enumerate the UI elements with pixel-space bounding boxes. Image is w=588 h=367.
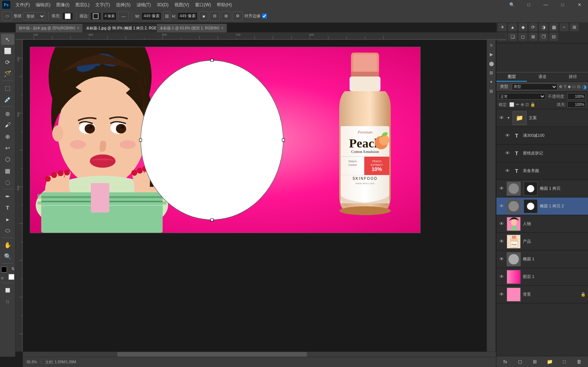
layer-expand-wengao[interactable]: ▼ [507,116,510,120]
layer-person[interactable]: 👁 人物 [496,215,588,233]
horizontal-scrollbar[interactable] [23,352,496,357]
menu-text[interactable]: 文字(T) [92,1,113,9]
layer-new-btn[interactable]: □ [560,358,569,366]
channelmix-btn[interactable]: ◻ [518,33,527,41]
height-input[interactable] [177,12,198,20]
colorbalance-btn[interactable]: ⊞ [570,23,579,31]
filter-icon-2[interactable]: T [564,85,566,89]
stroke-type-btn[interactable]: — [118,11,129,21]
layer-text1[interactable]: 👁 T 满300减100 [496,127,588,145]
path-arrange-btn[interactable]: ⊞ [221,11,231,21]
tab-3[interactable]: 未标题-1 @ 63.6% (图层 1, RGB/8#) ✕ [156,24,227,32]
lock-paint-icon[interactable]: ✏ [516,102,519,107]
menu-view[interactable]: 视图(V) [171,1,192,9]
align-edge-checkbox[interactable] [262,14,267,18]
lock-position-icon[interactable]: ⊕ [521,102,524,107]
fill-color-btn[interactable] [62,12,73,20]
quick-mask-btn[interactable]: ⬜ [1,285,14,296]
contrast-btn[interactable]: ▲ [508,23,517,31]
maximize-btn[interactable]: □ [554,0,571,10]
layer-vis-wengao[interactable]: 👁 [499,115,504,121]
path-align-btn[interactable]: ⊟ [210,11,220,21]
eyedropper-tool[interactable]: 💉 [1,94,14,105]
layer-vis-e1[interactable]: 👁 [499,186,504,192]
layer-vis-g[interactable]: 👁 [499,274,504,280]
invert-btn[interactable]: ❐ [539,33,548,41]
menu-file[interactable]: 文件(F) [13,1,33,9]
layer-ellipse2[interactable]: 👁 椭圆 1 拷贝 2 [496,197,588,215]
shape-select[interactable]: 形状 [23,12,45,20]
magic-wand-tool[interactable]: 🪄 [1,68,14,79]
layer-vis-person[interactable]: 👁 [499,221,504,227]
panel-btn-5[interactable]: ✦ [487,78,495,86]
filter-icon-1[interactable]: ⊕ [559,84,562,89]
layer-text2[interactable]: 👁 T 蜜桃皮肤记 [496,145,588,162]
filter-icon-4[interactable]: ⬭ [572,84,575,89]
minimize-btn[interactable]: — [537,0,554,10]
default-colors-btn[interactable]: ⊡ [1,277,4,280]
tab-1-close[interactable]: ✕ [77,26,79,30]
layer-vis-text2[interactable]: 👁 [504,150,510,156]
rectangle-select-tool[interactable]: ⬜ [1,45,14,56]
panel-btn-6[interactable]: ⊞ [487,87,495,95]
eraser-tool[interactable]: ⬡ [1,154,14,165]
history-brush-tool[interactable]: ↩ [1,142,14,153]
exposure-btn[interactable]: ◑ [539,23,548,31]
filter-icon-5[interactable]: ◎ [577,84,581,89]
colorlookup-btn[interactable]: ⊠ [529,33,538,41]
stroke-size-btn[interactable]: 4 像素 [103,12,117,20]
layer-vis-product[interactable]: 👁 [499,239,504,245]
layer-group-btn[interactable]: 📁 [545,358,554,366]
menu-window[interactable]: 窗口(W) [192,1,214,9]
minimize-button[interactable]: 🔍 [503,0,520,10]
layer-vis-text1[interactable]: 👁 [504,133,510,139]
opacity-input[interactable] [567,93,586,100]
lock-artboard-icon[interactable]: ⊡ [525,102,529,107]
search-button[interactable]: □ [520,0,537,10]
layer-product[interactable]: 👁 Peach 产品 [496,233,588,250]
settings-btn[interactable]: ⚙ [233,11,243,21]
menu-image[interactable]: 图像(I) [53,1,72,9]
filter-icon-3[interactable]: ◆ [568,84,571,89]
link-dimensions-btn[interactable]: ⛓ [163,11,170,21]
tab-layers[interactable]: 图层 [496,72,527,82]
swap-colors-btn[interactable]: ⇅ [11,267,14,271]
layer-vis-em[interactable]: 👁 [499,256,504,262]
menu-3d[interactable]: 3D(D) [154,1,171,8]
spot-heal-tool[interactable]: ⊛ [1,108,14,119]
layer-mask-btn[interactable]: ◻ [516,358,524,366]
menu-edit[interactable]: 编辑(E) [33,1,53,9]
lock-all-icon[interactable]: 🔒 [530,102,535,107]
close-btn[interactable]: ✕ [571,0,588,10]
path-ops-btn[interactable]: ■ [199,11,208,21]
brush-tool[interactable]: 🖌 [1,120,14,131]
layer-ellipse-main[interactable]: 👁 椭圆 1 [496,250,588,268]
handle-right[interactable] [282,139,285,142]
tab-3-close[interactable]: ✕ [221,26,224,30]
panel-btn-1[interactable]: ≡ [487,41,495,49]
lasso-tool[interactable]: ⟳ [1,57,14,68]
gradient-tool[interactable]: ▦ [1,165,14,176]
menu-filter[interactable]: 滤镜(T) [134,1,154,9]
blend-mode-select[interactable]: 正常 [499,93,546,100]
panel-btn-2[interactable]: ▶ [487,50,495,58]
layer-gradient[interactable]: 👁 图层 1 [496,268,588,286]
width-input[interactable] [141,12,162,20]
background-color[interactable] [8,274,14,280]
dodge-tool[interactable]: ◌ [1,177,14,188]
menu-select[interactable]: 选择(S) [113,1,134,9]
layer-vis-bg[interactable]: 👁 [499,292,504,297]
layer-adjustment-btn[interactable]: ⊞ [530,358,539,366]
tab-2[interactable]: 未标题-1.jpg @ 96.8% (椭圆 1 拷贝 2, RGB/8#) ✕ [83,24,156,32]
tab-paths[interactable]: 路径 [557,72,588,82]
photofil-btn[interactable]: ❏ [508,33,517,41]
handle-top[interactable] [210,59,213,62]
h-scroll-thumb[interactable] [117,352,307,357]
menu-layer[interactable]: 图层(L) [72,1,93,9]
panel-btn-3[interactable]: ⬤ [487,60,495,68]
ellipse-layer[interactable] [141,60,283,220]
vibrance-btn[interactable]: ▦ [549,23,558,31]
layer-vis-text3[interactable]: 👁 [504,168,510,174]
stroke-color-btn[interactable] [90,12,101,20]
filter-toggle[interactable]: ◑ [582,84,587,90]
